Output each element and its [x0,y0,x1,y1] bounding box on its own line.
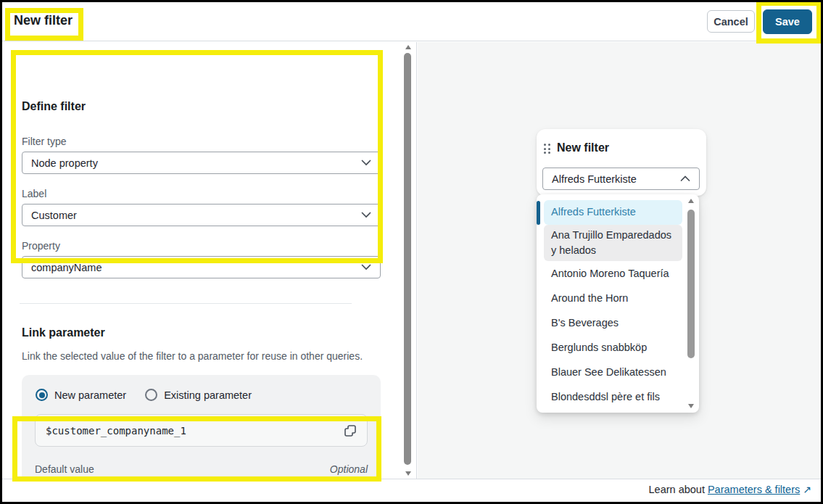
parameter-name-field: $customer_companyname_1 [35,414,368,447]
scroll-down-arrow-icon[interactable] [688,404,694,408]
new-filter-dialog: New filter Cancel Save Define filter Fil… [0,0,823,504]
copy-icon[interactable] [344,424,357,437]
page-title: New filter [14,13,73,28]
link-parameter-description: Link the selected value of the filter to… [22,350,384,362]
scrollbar-thumb[interactable] [687,210,695,358]
new-parameter-radio-label: New parameter [54,389,126,401]
parameter-name-value: $customer_companyname_1 [46,425,344,437]
radio-selected-icon [36,389,48,401]
parameter-radio-group: New parameter Existing parameter [36,389,252,401]
dropdown-option[interactable]: Ana Trujillo Emparedados y helados [544,225,682,261]
filter-type-value: Node property [31,157,361,169]
radio-unselected-icon [145,389,157,401]
selected-option-indicator [537,201,540,225]
preview-filter-select[interactable]: Alfreds Futterkiste [542,168,700,190]
chevron-down-icon [361,212,371,218]
scroll-up-arrow-icon[interactable] [405,45,411,49]
link-parameter-heading: Link parameter [22,326,105,339]
existing-parameter-radio[interactable]: Existing parameter [145,389,252,401]
label-value: Customer [31,210,361,221]
chevron-down-icon [361,264,371,270]
existing-parameter-radio-label: Existing parameter [164,389,252,401]
label-select[interactable]: Customer [22,204,381,226]
scroll-up-arrow-icon[interactable] [688,199,694,203]
dropdown-option[interactable]: Blauer See Delikatessen [544,360,682,384]
filter-type-select[interactable]: Node property [22,152,381,174]
save-button[interactable]: Save [763,9,812,34]
preview-selected-value: Alfreds Futterkiste [552,173,680,185]
dropdown-option[interactable]: Around the Horn [544,286,682,310]
learn-about-text: Learn about [649,484,705,495]
dialog-header: New filter Cancel Save [2,2,821,41]
dropdown-option[interactable]: Alfreds Futterkiste [544,200,682,225]
learn-about-row: Learn about Parameters & filters ↗ [649,484,811,495]
property-select[interactable]: companyName [22,256,381,278]
dropdown-option[interactable]: Berglunds snabbköp [544,335,682,360]
optional-label: Optional [330,463,368,475]
left-panel-scrollbar[interactable] [403,44,413,477]
external-link-icon: ↗ [803,484,811,495]
scroll-down-arrow-icon[interactable] [405,471,411,476]
default-value-label: Default value [35,463,94,475]
filter-preview-card: New filter Alfreds Futterkiste [537,129,706,196]
parameters-filters-link[interactable]: Parameters & filters [708,484,800,495]
dropdown-option[interactable]: B's Beverages [544,310,682,335]
filter-options-popup: Alfreds FutterkisteAna Trujillo Empareda… [537,194,699,413]
filter-settings-panel: Define filter Filter type Node property … [2,42,417,479]
define-filter-heading: Define filter [22,100,86,113]
filter-type-label: Filter type [22,136,66,147]
dialog-footer: Learn about Parameters & filters ↗ [2,479,821,502]
label-label: Label [22,188,46,199]
dropdown-option[interactable]: Blondesddsl père et fils [544,384,682,409]
dropdown-option[interactable]: Antonio Moreno Taquería [544,261,682,286]
section-divider [20,303,352,304]
scrollbar-thumb[interactable] [404,53,411,465]
preview-card-title: New filter [557,141,609,154]
default-value-row: Default value Optional [35,463,368,475]
options-list: Alfreds FutterkisteAna Trujillo Empareda… [544,200,682,409]
chevron-up-icon [680,175,690,182]
property-label: Property [22,240,60,252]
popup-scrollbar[interactable] [686,197,695,410]
cancel-button[interactable]: Cancel [707,10,755,33]
chevron-down-icon [361,160,371,166]
property-value: companyName [31,262,361,273]
drag-handle-icon[interactable] [544,144,550,154]
new-parameter-radio[interactable]: New parameter [36,389,126,401]
